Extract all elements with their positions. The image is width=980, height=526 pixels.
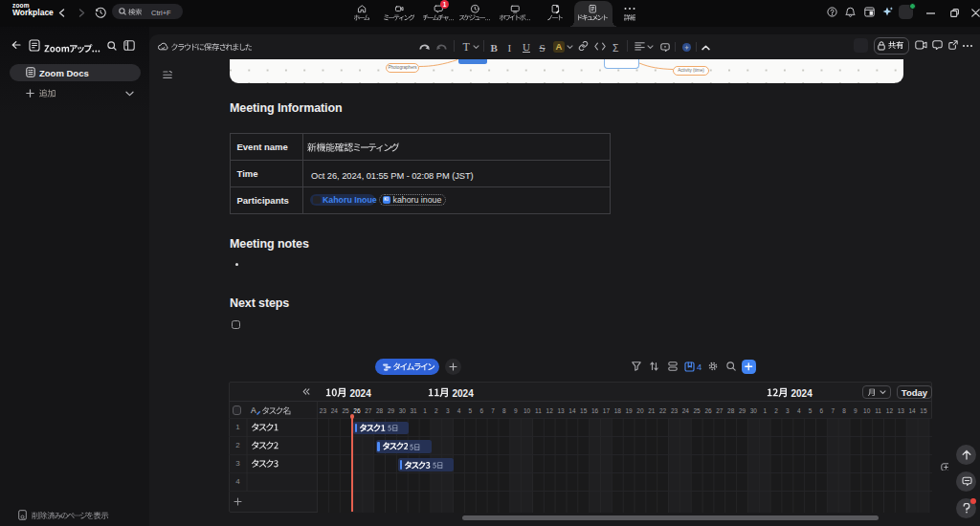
svg-text:10: 10 bbox=[523, 407, 531, 414]
svg-text:27: 27 bbox=[716, 407, 724, 414]
svg-text:2: 2 bbox=[434, 407, 438, 414]
svg-text:9: 9 bbox=[854, 407, 858, 414]
svg-text:16: 16 bbox=[591, 407, 599, 414]
svg-text:15: 15 bbox=[920, 407, 927, 414]
svg-text:26: 26 bbox=[704, 407, 712, 414]
svg-text:21: 21 bbox=[648, 407, 656, 414]
svg-text:27: 27 bbox=[365, 407, 372, 414]
svg-text:5: 5 bbox=[809, 407, 813, 414]
svg-text:8: 8 bbox=[842, 407, 846, 414]
svg-text:18: 18 bbox=[614, 407, 622, 414]
svg-text:13: 13 bbox=[898, 407, 905, 414]
svg-text:30: 30 bbox=[750, 407, 758, 414]
svg-text:29: 29 bbox=[388, 407, 395, 414]
svg-text:2: 2 bbox=[774, 407, 778, 414]
svg-text:6: 6 bbox=[479, 407, 483, 414]
svg-text:3: 3 bbox=[786, 407, 790, 414]
svg-text:10: 10 bbox=[863, 407, 871, 414]
svg-text:11: 11 bbox=[875, 407, 881, 414]
svg-text:17: 17 bbox=[603, 407, 611, 414]
svg-text:6: 6 bbox=[820, 407, 824, 414]
svg-text:1: 1 bbox=[423, 407, 427, 414]
svg-text:24: 24 bbox=[331, 407, 339, 414]
svg-text:4: 4 bbox=[457, 407, 461, 414]
svg-text:31: 31 bbox=[410, 407, 417, 414]
svg-text:11: 11 bbox=[535, 407, 542, 414]
svg-text:25: 25 bbox=[693, 407, 701, 414]
svg-text:14: 14 bbox=[908, 407, 916, 414]
svg-text:5: 5 bbox=[468, 407, 472, 414]
svg-text:29: 29 bbox=[739, 407, 746, 414]
svg-text:23: 23 bbox=[320, 407, 327, 414]
svg-text:7: 7 bbox=[491, 407, 495, 414]
svg-text:23: 23 bbox=[671, 407, 679, 414]
svg-text:26: 26 bbox=[353, 407, 361, 414]
svg-text:25: 25 bbox=[342, 407, 349, 414]
svg-text:30: 30 bbox=[399, 407, 407, 414]
svg-text:12: 12 bbox=[546, 407, 554, 414]
svg-text:9: 9 bbox=[514, 407, 518, 414]
svg-text:15: 15 bbox=[580, 407, 588, 414]
svg-text:13: 13 bbox=[557, 407, 565, 414]
svg-text:7: 7 bbox=[831, 407, 835, 414]
svg-text:20: 20 bbox=[636, 407, 644, 414]
svg-text:19: 19 bbox=[625, 407, 633, 414]
svg-text:3: 3 bbox=[446, 407, 450, 414]
svg-text:8: 8 bbox=[502, 407, 506, 414]
svg-text:4: 4 bbox=[797, 407, 801, 414]
svg-text:14: 14 bbox=[568, 407, 576, 414]
svg-text:28: 28 bbox=[376, 407, 384, 414]
svg-text:12: 12 bbox=[886, 407, 894, 414]
svg-text:28: 28 bbox=[727, 407, 735, 414]
svg-text:22: 22 bbox=[659, 407, 667, 414]
svg-text:24: 24 bbox=[682, 407, 690, 414]
svg-text:1: 1 bbox=[763, 407, 767, 414]
